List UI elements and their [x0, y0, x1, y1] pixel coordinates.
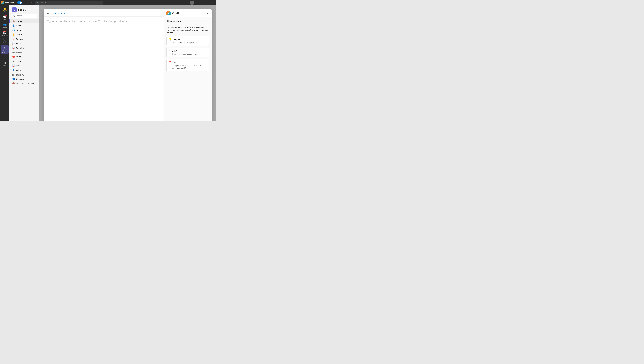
more-icon: •••: [3, 55, 6, 59]
close-button[interactable]: ✕: [209, 0, 215, 5]
sidebar-nav-connect[interactable]: 🔵 Conne...: [10, 77, 39, 81]
sales-icon: 📊: [12, 65, 15, 67]
sidebar-app-header: E Enga…: [10, 5, 39, 13]
women-icon: 👤: [12, 69, 15, 71]
chat-icon: 💬 1: [3, 15, 6, 19]
copilot-title: Copilot: [172, 12, 206, 15]
copilot-body: Hi Mona Kane, I'm here to help you write…: [164, 17, 212, 121]
sidebar-nav-storyline-label: Storyli...: [16, 43, 24, 45]
ask-title: Ask: [173, 61, 177, 64]
sidebar-nav-communities-label: Comm...: [16, 29, 24, 31]
activity-label: Activity: [2, 11, 7, 13]
calendar-icon: 📅: [3, 31, 6, 34]
inspire-icon: 💡: [169, 38, 172, 41]
copilot-card-inspire-header: 💡 Inspire: [169, 38, 207, 41]
sidebar-item-calendar[interactable]: 📅 Calendar: [1, 30, 8, 37]
sidebar-item-chat[interactable]: 💬 1 Chat: [1, 14, 8, 21]
sidebar-item-activity[interactable]: 🔔 Activity: [1, 7, 8, 14]
new-teams-toggle[interactable]: [17, 1, 22, 4]
sidebar-nav-all-company-label: All co...: [16, 56, 23, 58]
calls-label: Calls: [3, 42, 6, 44]
sidebar-nav-women[interactable]: 👤 Wome...: [10, 68, 39, 72]
sidebar-item-calls[interactable]: 📞 Calls: [1, 38, 8, 45]
sidebar-item-more[interactable]: •••: [1, 54, 8, 60]
draft-title: Draft: [172, 50, 178, 52]
connect-icon: 🔵: [12, 78, 15, 80]
copilot-close-button[interactable]: ✕: [206, 12, 209, 16]
copilot-logo: ✦: [166, 11, 170, 16]
teams-logo: [1, 1, 4, 4]
home-icon: 🏠: [12, 20, 15, 23]
sidebar-nav-leaderboard-label: Leader...: [16, 34, 24, 36]
draft-description: Help me write a post about..: [169, 53, 207, 55]
title-bar: New Teams ‹ › 🔍 Search ··· ─ □ ✕: [0, 0, 216, 5]
back-button[interactable]: ‹: [25, 1, 29, 5]
copilot-card-inspire[interactable]: 💡 Inspire Give me ideas for a post about…: [166, 36, 209, 46]
apps-label: Apps: [3, 65, 6, 67]
activity-icon: 🔔: [3, 8, 6, 11]
copilot-card-draft[interactable]: ✏️ Draft Help me write a post about..: [166, 48, 209, 57]
user-avatar[interactable]: [190, 1, 194, 5]
minimize-button[interactable]: ─: [196, 0, 202, 5]
left-sidebar: 🔔 Activity 💬 1 Chat 👥 Teams 📅 Calendar 📞…: [0, 5, 10, 121]
sidebar-nav-mona[interactable]: 👤 Mona: [10, 24, 39, 28]
sidebar-search-icon: 🔍: [12, 15, 15, 17]
sidebar-nav-connect-label: Conne...: [16, 78, 24, 80]
ask-icon: ❓: [169, 61, 172, 64]
sidebar-search[interactable]: 🔍 Search: [11, 14, 37, 18]
app-title: Enga…: [18, 9, 26, 11]
sidebar-nav-answers-label: Answe...: [16, 38, 24, 40]
copilot-card-ask[interactable]: ❓ Ask Can you tell me how to write an en…: [166, 59, 209, 71]
sidebar-nav-help-desk[interactable]: 🟤 Help Desk Support 🔒: [10, 81, 39, 86]
sidebar-item-apps[interactable]: ⊞ Apps: [1, 60, 8, 67]
sidebar-nav-storyline[interactable]: 📈 Storyli...: [10, 41, 39, 46]
sidebar-nav-help-desk-label: Help Desk Support 🔒: [16, 82, 37, 85]
answers-icon: ❓: [12, 38, 15, 40]
sidebar-nav-analytics-label: Analyti...: [16, 47, 24, 49]
draft-icon: ✏️: [169, 50, 170, 52]
favorites-section-title: Favorites: [10, 50, 39, 55]
sidebar-nav-giving-label: Giving...: [16, 60, 24, 62]
sidebar-nav-answers[interactable]: ❓ Answe...: [10, 37, 39, 41]
storyline-icon: 📈: [12, 42, 15, 45]
post-editor-header: Post as: Mona Kane: [44, 9, 164, 17]
sidebar-nav-analytics[interactable]: 📊 Analyti...: [10, 46, 39, 50]
nav-buttons: ‹ ›: [25, 1, 34, 5]
sidebar-nav-sales[interactable]: 📊 Sales ...: [10, 63, 39, 68]
sidebar-nav-giving[interactable]: ❤️ Giving...: [10, 59, 39, 63]
sidebar-nav-home[interactable]: 🏠 Home: [10, 19, 39, 24]
all-company-icon: 🔴: [12, 56, 15, 58]
chat-label: Chat: [3, 19, 6, 21]
communities-section-title: Communit…: [10, 72, 39, 77]
app-name: New Teams: [5, 2, 16, 4]
more-options[interactable]: ···: [186, 1, 189, 4]
viva-engage-label: Viva Engage: [2, 50, 8, 53]
sidebar-nav-communities[interactable]: 👥 Comm...: [10, 28, 39, 32]
global-search[interactable]: 🔍 Search: [35, 1, 103, 5]
copilot-header: ✦ Copilot ✕: [164, 9, 212, 17]
sidebar-item-viva-engage[interactable]: ⚡ Viva Engage: [1, 45, 8, 54]
copilot-panel: ✦ Copilot ✕ Hi Mona Kane, I'm here to he…: [164, 9, 212, 121]
calls-icon: 📞: [3, 38, 6, 42]
sidebar-nav-all-company[interactable]: 🔴 All co...: [10, 55, 39, 59]
app-body: 🔔 Activity 💬 1 Chat 👥 Teams 📅 Calendar 📞…: [0, 5, 216, 121]
forward-button[interactable]: ›: [30, 1, 34, 5]
inspire-description: Give me ideas for a post about...: [169, 42, 207, 44]
sidebar-item-teams[interactable]: 👥 Teams: [1, 22, 8, 29]
copilot-message: I'm here to help you write a great post.…: [166, 26, 208, 34]
viva-engage-icon: ⚡: [3, 46, 6, 50]
post-creation-modal: Post as: Mona Kane Type or paste a draft…: [44, 9, 212, 121]
chat-badge: 1: [5, 15, 7, 17]
post-as-user[interactable]: Mona Kane: [55, 12, 66, 15]
mona-icon: 👤: [12, 25, 15, 27]
teams-icon: 👥: [3, 23, 6, 27]
sidebar-nav-leaderboard[interactable]: 🏆 Leader...: [10, 32, 39, 37]
search-placeholder: Search: [40, 2, 46, 4]
apps-icon: ⊞: [3, 61, 6, 65]
post-content-area[interactable]: Type or paste a draft here, or use Copil…: [44, 17, 164, 121]
calendar-label: Calendar: [2, 35, 8, 36]
main-content: Post as: Mona Kane Type or paste a draft…: [39, 5, 216, 121]
maximize-button[interactable]: □: [202, 0, 208, 5]
copilot-salutation: Hi Mona Kane,: [166, 20, 182, 22]
post-placeholder: Type or paste a draft here, or use Copil…: [47, 20, 160, 23]
